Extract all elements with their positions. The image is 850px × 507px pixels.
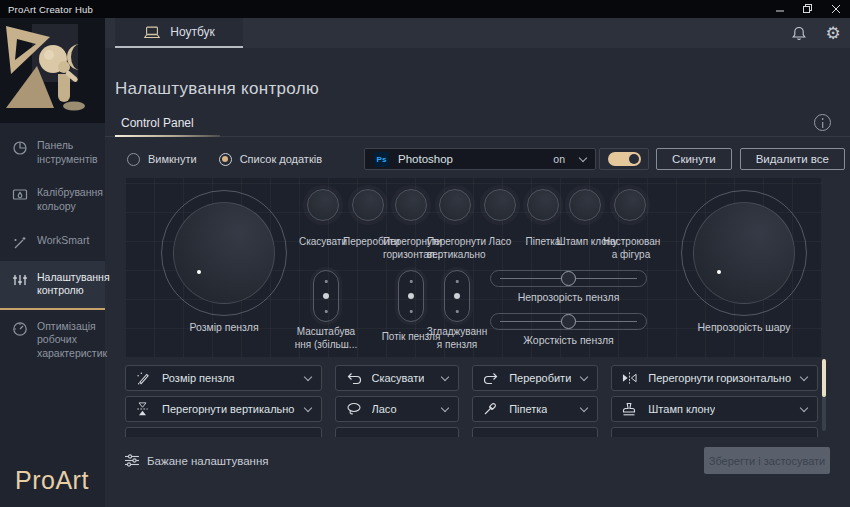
- sidebar-item-control-settings[interactable]: Налаштування контролю: [0, 261, 105, 310]
- horizontal-slider-brush-opacity[interactable]: [490, 270, 647, 287]
- mapping-label: Скасувати: [372, 372, 425, 384]
- subtab-row: Control Panel: [105, 113, 850, 137]
- dial-button-lasso[interactable]: [484, 189, 516, 221]
- app-name: Photoshop: [398, 153, 453, 165]
- mapping-dropdown-clone-stamp[interactable]: Штамп клону: [611, 396, 818, 422]
- laptop-icon: [143, 26, 161, 39]
- sidebar-item-label: Налаштування контролю: [37, 271, 110, 298]
- minimize-button[interactable]: [766, 0, 794, 18]
- notifications-button[interactable]: [782, 18, 816, 48]
- right-dial-label: Непрозорість шару: [694, 321, 794, 335]
- magic-wand-icon: [12, 235, 28, 251]
- mapping-label: Штамп клону: [648, 403, 715, 415]
- top-bar: Ноутбук ⚙: [105, 18, 850, 48]
- vertical-slider-brush-flow[interactable]: [398, 270, 424, 322]
- sidebar-item-dashboard[interactable]: Панель інструментів: [0, 129, 105, 176]
- mapping-dropdown-redo[interactable]: Переробити: [472, 365, 598, 391]
- window-title: ProArt Creator Hub: [0, 4, 93, 15]
- sidebar-menu: Панель інструментів Калібрування кольору…: [0, 129, 105, 371]
- preset-settings[interactable]: Бажане налаштування: [125, 454, 269, 467]
- controls-row: Вимкнути Список додатків Ps Photoshop on…: [127, 147, 845, 171]
- maximize-button[interactable]: [794, 0, 822, 18]
- left-dial-label: Розмір пензля: [174, 321, 274, 335]
- chevron-down-icon: [441, 372, 449, 380]
- bell-icon: [791, 25, 807, 42]
- dial-button-flip-vertical[interactable]: [439, 189, 471, 221]
- toggle-on-pill: [608, 152, 641, 166]
- delete-all-button[interactable]: Видалити все: [740, 148, 845, 170]
- main-area: Ноутбук ⚙ Налаштування контролю Control …: [105, 18, 850, 507]
- eyedropper-icon: [483, 402, 499, 416]
- right-dial[interactable]: [693, 202, 795, 304]
- close-button[interactable]: [822, 0, 850, 18]
- horizontal-slider-label: Непрозорість пензля: [490, 291, 647, 305]
- tab-laptop[interactable]: Ноутбук: [115, 18, 243, 48]
- left-dial[interactable]: [173, 202, 275, 304]
- sidebar-item-worksmart[interactable]: WorkSmart: [0, 224, 105, 261]
- mapping-dropdown-flip-horizontal[interactable]: Перегорнути горизонтально: [611, 365, 818, 391]
- horizontal-slider-brush-hardness[interactable]: [490, 313, 647, 330]
- dial-button-undo[interactable]: [307, 189, 339, 221]
- radio-app-list[interactable]: Список додатків: [219, 153, 322, 166]
- mapping-dropdown-clipped[interactable]: [611, 427, 818, 437]
- dial-button-label: Настроюван а фігура: [603, 235, 659, 261]
- chevron-down-icon: [441, 403, 449, 411]
- radio-disable[interactable]: Вимкнути: [127, 153, 197, 166]
- slider-knob[interactable]: [561, 314, 576, 329]
- row-buttons: Скинути Видалити все: [656, 148, 845, 170]
- lasso-icon: [346, 402, 362, 416]
- settings-button[interactable]: ⚙: [816, 18, 850, 48]
- radio-app-list-circle: [219, 153, 232, 166]
- mapping-dropdown-clipped[interactable]: [125, 427, 322, 437]
- dial-button-redo[interactable]: [352, 189, 384, 221]
- preset-label: Бажане налаштування: [147, 455, 269, 467]
- app-select-dropdown[interactable]: Ps Photoshop on: [364, 148, 596, 170]
- mapping-dropdown-clipped[interactable]: [335, 427, 460, 437]
- sidebar-item-label: WorkSmart: [37, 234, 89, 248]
- mapping-dropdown-brush-size[interactable]: Розмір пензля: [125, 365, 322, 391]
- mapping-label: Розмір пензля: [162, 372, 235, 384]
- slider-knob[interactable]: [561, 271, 576, 286]
- mapping-label: Ласо: [372, 403, 397, 415]
- tab-control-panel[interactable]: Control Panel: [115, 113, 220, 136]
- preset-sliders-icon: [125, 454, 139, 467]
- reset-button[interactable]: Скинути: [656, 148, 732, 170]
- mapping-dropdown-clipped[interactable]: [472, 427, 598, 437]
- mapping-dropdown-lasso[interactable]: Ласо: [335, 396, 460, 422]
- window-titlebar: ProArt Creator Hub: [0, 0, 850, 18]
- vertical-slider-zoom[interactable]: [313, 270, 339, 322]
- mapping-dropdown-undo[interactable]: Скасувати: [335, 365, 460, 391]
- chevron-down-icon: [303, 403, 311, 411]
- sidebar-item-performance-optimization[interactable]: Оптимізація робочих характеристик: [0, 310, 105, 371]
- stamp-icon: [622, 402, 638, 416]
- sidebar-item-label: Калібрування кольору: [37, 186, 103, 213]
- undo-icon: [346, 372, 362, 385]
- sidebar-item-color-calibration[interactable]: Калібрування кольору: [0, 176, 105, 223]
- footer-row: Бажане налаштування Зберегти і застосува…: [125, 447, 830, 474]
- window-controls: [766, 0, 850, 18]
- content: Налаштування контролю Control Panel Вимк…: [105, 48, 850, 507]
- gauge-icon: [12, 321, 28, 337]
- scrollbar-thumb[interactable]: [822, 359, 826, 397]
- scrollbar[interactable]: [822, 359, 826, 431]
- mapping-label: Перегорнути горизонтально: [648, 372, 791, 384]
- radio-app-list-label: Список додатків: [240, 153, 322, 165]
- chevron-down-icon: [580, 372, 588, 380]
- mapping-dropdown-flip-vertical[interactable]: Перегорнути вертикально: [125, 396, 322, 422]
- dial-button-custom-shape[interactable]: [614, 189, 646, 221]
- app-toggle[interactable]: [599, 148, 649, 170]
- save-apply-button[interactable]: Зберегти і застосувати: [704, 447, 830, 474]
- vertical-slider-brush-smoothing[interactable]: [444, 270, 470, 322]
- dial-button-eyedropper[interactable]: [527, 189, 559, 221]
- dial-button-flip-horizontal[interactable]: [395, 189, 427, 221]
- hero-art-image: [0, 18, 105, 123]
- photoshop-icon: Ps: [374, 152, 389, 167]
- left-dial-indicator: [197, 270, 201, 274]
- dial-button-clone-stamp[interactable]: [569, 189, 601, 221]
- control-sliders-icon: [12, 272, 28, 288]
- vertical-slider-label: Масштабува ння (збільш...: [293, 325, 359, 351]
- mapping-dropdown-eyedropper[interactable]: Піпетка: [472, 396, 598, 422]
- hero-artwork: [0, 18, 105, 123]
- chevron-down-icon: [579, 153, 587, 161]
- app-state-value: on: [553, 153, 565, 165]
